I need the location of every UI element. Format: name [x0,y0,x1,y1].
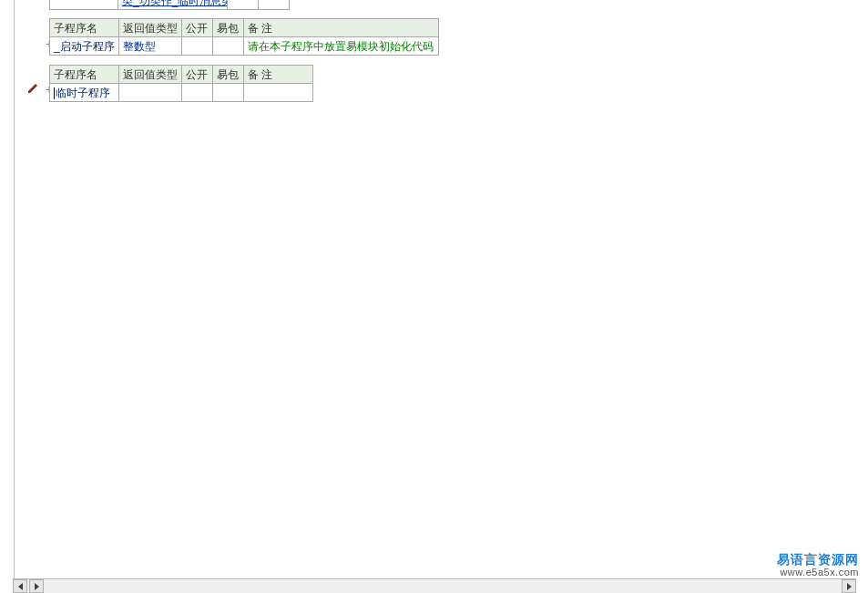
table-header-row: 子程序名 返回值类型 公开 易包 备 注 [50,66,313,84]
col-header-easy: 易包 [213,66,244,84]
horizontal-scrollbar[interactable] [13,578,856,593]
table-row[interactable]: _启动子程序 整数型 请在本子程序中放置易模块初始化代码 [50,37,439,56]
chevron-right-icon [847,583,852,590]
code-content: 类_功类作_临时消息类 子程序名 返回值类型 公开 易包 备 注 _启动子程序 … [49,0,855,579]
chevron-left-icon [18,583,23,590]
cell-proc-easy[interactable] [213,84,244,102]
watermark-url: www.e5a5x.com [777,566,859,578]
col-header-remark: 备 注 [244,66,313,84]
table-row[interactable]: 临时子程序 [50,84,313,102]
scroll-far-right-button[interactable] [842,579,856,593]
cell-proc-public[interactable] [182,84,213,102]
cell-proc-name-text: 临时子程序 [56,87,110,99]
watermark-title: 易语言资源网 [777,553,859,566]
partial-cell [49,0,118,10]
table-header-row: 子程序名 返回值类型 公开 易包 备 注 [50,19,439,37]
chevron-right-icon [35,583,39,590]
cell-proc-public[interactable] [182,37,213,56]
cell-proc-rettype[interactable] [119,84,182,102]
cell-proc-name-editing[interactable]: 临时子程序 [50,84,119,102]
cell-proc-remark: 请在本子程序中放置易模块初始化代码 [244,37,439,56]
text-caret-icon [54,87,55,99]
subproc-table: 子程序名 返回值类型 公开 易包 备 注 临时子程序 [49,65,313,102]
cell-proc-remark [244,84,313,102]
cell-proc-easy[interactable] [213,37,244,56]
col-header-rettype: 返回值类型 [119,66,182,84]
col-header-public: 公开 [182,19,213,37]
cell-proc-name[interactable]: _启动子程序 [50,37,119,56]
col-header-name: 子程序名 [50,19,119,37]
col-header-name: 子程序名 [50,66,119,84]
fold-rail [0,0,15,579]
col-header-easy: 易包 [213,19,244,37]
scroll-right-button[interactable] [29,579,44,593]
edit-pencil-icon [26,82,39,95]
col-header-remark: 备 注 [244,19,439,37]
partial-cell-link[interactable]: 类_功类作_临时消息类 [118,0,228,10]
watermark: 易语言资源网 www.e5a5x.com [777,553,859,578]
cell-proc-rettype[interactable]: 整数型 [119,37,182,56]
scroll-left-button[interactable] [13,579,27,593]
col-header-public: 公开 [182,66,213,84]
gutter: + + [15,0,46,579]
subproc-table: 子程序名 返回值类型 公开 易包 备 注 _启动子程序 整数型 请在本子程序中放… [49,18,439,56]
partial-top-row: 类_功类作_临时消息类 [49,0,855,9]
partial-cell [259,0,290,10]
partial-cell [228,0,259,10]
col-header-rettype: 返回值类型 [119,19,182,37]
code-editor-root: + + 类_功类作_临时消息类 子程序名 返回值类型 公开 易包 [0,0,868,593]
type-link[interactable]: 类_功类作_临时消息类 [122,0,228,7]
